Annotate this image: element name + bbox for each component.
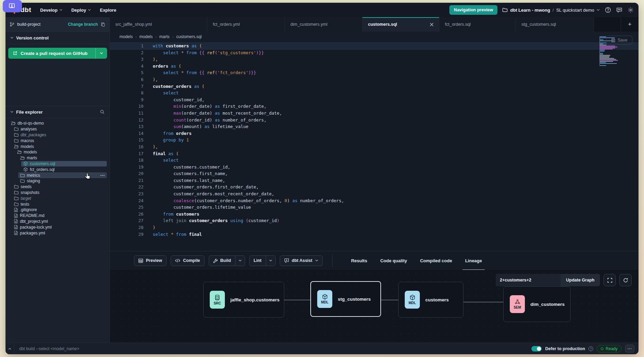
code-line[interactable]: 18 select — [110, 157, 639, 164]
editor-tab[interactable]: fct_orders.yml — [207, 17, 285, 32]
menu-explore[interactable]: Explore — [100, 8, 116, 13]
tree-item-models[interactable]: models — [15, 149, 107, 155]
editor-tab[interactable]: stg_customers.sql — [516, 17, 594, 32]
code-line[interactable]: 14 from orders — [110, 130, 639, 137]
code-line[interactable]: 4orders as ( — [110, 63, 639, 70]
navigation-preview-button[interactable]: Navigation preview — [449, 5, 497, 15]
code-line[interactable]: 7customer_orders as ( — [110, 83, 639, 90]
code-line[interactable]: 11 max(order_date) as most_recent_order_… — [110, 110, 639, 117]
code-line[interactable]: 16), — [110, 143, 639, 150]
create-pr-button[interactable]: Create a pull request on GitHub — [8, 48, 107, 59]
account-project-selector[interactable]: dbt Learn - mwong / SL quickstart demo — [502, 8, 600, 13]
code-line[interactable]: 22 customer_orders.first_order_date, — [110, 184, 639, 191]
tree-item-metrics[interactable]: metrics — [18, 172, 107, 178]
version-control-header[interactable]: Version control — [5, 32, 110, 44]
panel-tab-code-quality[interactable]: Code quality — [380, 256, 408, 265]
defer-help-icon[interactable]: ? — [588, 346, 593, 351]
create-pr-dropdown[interactable] — [95, 48, 107, 59]
tree-item-staging[interactable]: staging — [18, 178, 107, 184]
help-icon[interactable] — [605, 7, 611, 13]
breadcrumb-item[interactable]: customers.sql — [176, 34, 202, 39]
more-options-button[interactable]: ⋯ — [625, 345, 634, 353]
feedback-icon[interactable] — [616, 7, 622, 13]
tree-item-macros[interactable]: macros — [12, 138, 107, 143]
tree-item-dbt_packages[interactable]: dbt_packages — [12, 132, 107, 138]
code-line[interactable]: 25 customer_orders.lifetime_value — [110, 204, 639, 211]
preview-button[interactable]: Preview — [134, 255, 166, 266]
code-line[interactable]: 6), — [110, 76, 639, 83]
new-tab-button[interactable]: + — [621, 17, 639, 32]
split-dropdown[interactable] — [235, 256, 245, 266]
fullscreen-button[interactable] — [603, 274, 616, 286]
code-line[interactable]: 5 select * from {{ ref('fct_orders')}} — [110, 69, 639, 76]
lineage-node-jaffle_shop.customers[interactable]: SRCjaffle_shop.customers — [203, 282, 284, 318]
code-line[interactable]: 15 group by 1 — [110, 137, 639, 143]
code-line[interactable]: 28) — [110, 224, 639, 231]
lint-button[interactable]: Lint — [249, 255, 276, 266]
update-graph-button[interactable]: Update Graph — [561, 274, 600, 286]
tree-item-models[interactable]: models — [12, 143, 107, 149]
menu-develop[interactable]: Develop — [40, 8, 62, 13]
code-line[interactable]: 26 from customers — [110, 211, 639, 218]
panel-tab-compiled-code[interactable]: Compiled code — [419, 256, 453, 265]
code-line[interactable]: 9 customer_id, — [110, 96, 639, 103]
file-explorer-header[interactable]: File explorer — [5, 106, 110, 118]
editor-tab[interactable]: customers.sql — [363, 17, 439, 32]
row-actions-icon[interactable] — [100, 175, 105, 176]
code-line[interactable]: 21 customers.last_name, — [110, 177, 639, 184]
tree-item-analyses[interactable]: analyses — [12, 126, 107, 132]
tree-item-snapshots[interactable]: snapshots — [12, 190, 107, 196]
lineage-search-input[interactable] — [496, 274, 561, 286]
panel-tab-lineage[interactable]: Lineage — [464, 256, 483, 265]
tree-item-db-sl-qs-demo[interactable]: db-sl-qs-demo — [9, 120, 107, 126]
tree-file-.gitignore[interactable]: .gitignore — [12, 207, 107, 213]
menu-deploy[interactable]: Deploy — [71, 8, 91, 13]
breadcrumb-item[interactable]: models — [119, 34, 133, 39]
code-line[interactable]: 2 select * from {{ ref('stg_customers')}… — [110, 49, 639, 56]
expand-panel-button[interactable] — [5, 343, 14, 355]
editor-tab[interactable]: src_jaffle_shop.yml — [110, 17, 207, 32]
copy-icon[interactable] — [101, 22, 105, 27]
code-line[interactable]: 1with customers as ( — [110, 43, 639, 49]
command-input[interactable] — [14, 346, 531, 351]
compile-button[interactable]: Compile — [171, 255, 204, 266]
tree-file-dbt_project.yml[interactable]: dbt_project.yml — [12, 219, 107, 224]
change-branch-link[interactable]: Change branch — [68, 22, 98, 27]
dbt-assist-button[interactable]: dbt Assist — [280, 255, 323, 266]
code-line[interactable]: 17final as ( — [110, 150, 639, 157]
tree-file-README.md[interactable]: README.md — [12, 213, 107, 219]
code-line[interactable]: 13 sum(amount) as lifetime_value — [110, 123, 639, 130]
tree-item-fct_orders.sql[interactable]: fct_orders.sql — [21, 166, 107, 172]
defer-toggle[interactable] — [531, 346, 542, 352]
lineage-node-stg_customers[interactable]: MDLstg_customers — [310, 281, 381, 317]
code-line[interactable]: 19 customers.customer_id, — [110, 164, 639, 171]
code-line[interactable]: 29select * from final — [110, 231, 639, 238]
code-line[interactable]: 8 select — [110, 90, 639, 96]
lineage-canvas[interactable]: Update Graph SRCjaffle_shop.customersMDL… — [110, 270, 639, 343]
editor-tab[interactable]: fct_orders.sql — [439, 17, 516, 32]
split-dropdown[interactable] — [266, 256, 275, 266]
tree-file-packages.yml[interactable]: packages.yml — [12, 230, 107, 236]
code-line[interactable]: 3), — [110, 56, 639, 63]
tree-item-customers.sql[interactable]: customers.sql — [21, 161, 107, 167]
tree-item-tests[interactable]: tests — [12, 201, 107, 207]
search-icon[interactable] — [100, 110, 105, 114]
code-line[interactable]: 24 coalesce(customer_orders.number_of_or… — [110, 197, 639, 204]
tree-item-marts[interactable]: marts — [18, 155, 107, 161]
tree-item-target[interactable]: target — [12, 195, 107, 201]
code-line[interactable]: 27 left join customer_orders using (cust… — [110, 217, 639, 224]
breadcrumb-item[interactable]: models — [139, 34, 153, 39]
editor-tab[interactable]: dim_customers.yml — [285, 17, 363, 32]
close-icon[interactable] — [430, 23, 434, 26]
tree-item-seeds[interactable]: seeds — [12, 184, 107, 190]
save-button[interactable]: Save — [606, 36, 632, 45]
lineage-node-dim_customers[interactable]: SEMdim_customers — [503, 286, 571, 322]
refresh-button[interactable] — [619, 274, 632, 286]
code-line[interactable]: 10 min(order_date) as first_order_date, — [110, 103, 639, 110]
gear-icon[interactable] — [627, 7, 634, 13]
breadcrumb-item[interactable]: marts — [159, 34, 170, 39]
panel-tab-results[interactable]: Results — [350, 256, 368, 265]
lineage-node-customers[interactable]: MDLcustomers — [398, 282, 463, 318]
build-button[interactable]: Build — [209, 255, 245, 266]
tree-file-package-lock.yml[interactable]: package-lock.yml — [12, 224, 107, 230]
